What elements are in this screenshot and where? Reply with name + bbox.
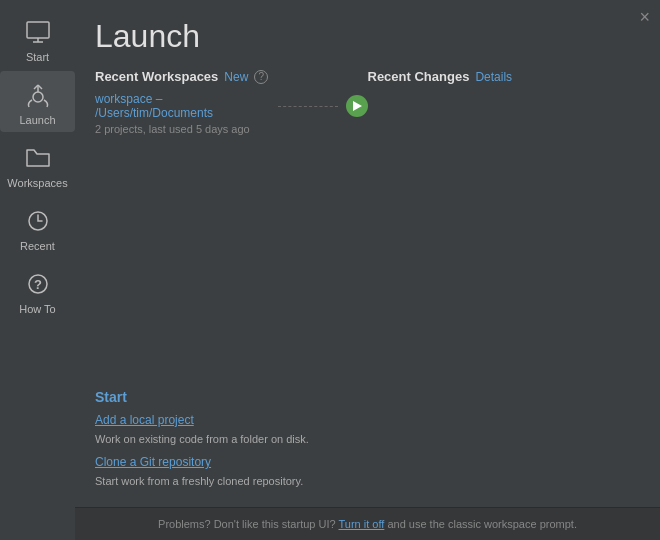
workspace-meta: 2 projects, last used 5 days ago xyxy=(95,123,368,135)
help-icon[interactable]: ? xyxy=(254,70,268,84)
footer-text-after: and use the classic workspace prompt. xyxy=(387,518,577,530)
recent-icon xyxy=(22,205,54,237)
add-local-project-desc: Work on existing code from a folder on d… xyxy=(95,433,309,445)
svg-point-3 xyxy=(33,92,43,102)
sidebar-item-recent[interactable]: Recent xyxy=(0,197,75,258)
changes-section-header: Recent Changes Details xyxy=(368,69,641,84)
play-button[interactable] xyxy=(346,95,368,117)
sidebar-item-launch-label: Launch xyxy=(19,114,55,126)
dotted-line xyxy=(278,106,338,107)
workspace-row: workspace – /Users/tim/Documents xyxy=(95,92,368,120)
start-section-title: Start xyxy=(95,389,640,405)
add-local-project-link[interactable]: Add a local project xyxy=(95,413,640,427)
clone-git-link[interactable]: Clone a Git repository xyxy=(95,455,640,469)
workspaces-icon xyxy=(22,142,54,174)
two-col-header: Recent Workspaces New ? workspace – /Use… xyxy=(95,69,640,135)
close-button[interactable]: × xyxy=(639,8,650,26)
main-panel: × Launch Recent Workspaces New ? workspa… xyxy=(75,0,660,540)
footer-text-before: Problems? Don't like this startup UI? xyxy=(158,518,336,530)
new-workspace-link[interactable]: New xyxy=(224,70,248,84)
sidebar-item-recent-label: Recent xyxy=(20,240,55,252)
svg-text:?: ? xyxy=(34,277,42,292)
sidebar-item-start[interactable]: Start xyxy=(0,8,75,69)
details-link[interactable]: Details xyxy=(475,70,512,84)
changes-col: Recent Changes Details xyxy=(368,69,641,135)
workspaces-col: Recent Workspaces New ? workspace – /Use… xyxy=(95,69,368,135)
sidebar-item-howto-label: How To xyxy=(19,303,55,315)
clone-git-item: Clone a Git repository Start work from a… xyxy=(95,455,640,489)
sidebar-item-workspaces[interactable]: Workspaces xyxy=(0,134,75,195)
start-section: Start Add a local project Work on existi… xyxy=(95,389,640,507)
sidebar-item-workspaces-label: Workspaces xyxy=(7,177,67,189)
changes-section-title: Recent Changes xyxy=(368,69,470,84)
workspace-path-link[interactable]: workspace – /Users/tim/Documents xyxy=(95,92,270,120)
content-area: Recent Workspaces New ? workspace – /Use… xyxy=(75,69,660,507)
workspaces-section-header: Recent Workspaces New ? xyxy=(95,69,368,84)
turn-off-link[interactable]: Turn it off xyxy=(338,518,384,530)
howto-icon: ? xyxy=(22,268,54,300)
launch-icon xyxy=(22,79,54,111)
add-local-project-item: Add a local project Work on existing cod… xyxy=(95,413,640,447)
workspaces-section-title: Recent Workspaces xyxy=(95,69,218,84)
clone-git-desc: Start work from a freshly cloned reposit… xyxy=(95,475,303,487)
footer: Problems? Don't like this startup UI? Tu… xyxy=(75,507,660,540)
page-title: Launch xyxy=(75,0,660,69)
sidebar: Start Launch Workspaces xyxy=(0,0,75,540)
sidebar-item-launch[interactable]: Launch xyxy=(0,71,75,132)
start-icon xyxy=(22,16,54,48)
sidebar-item-howto[interactable]: ? How To xyxy=(0,260,75,321)
content-spacer xyxy=(95,145,640,389)
svg-rect-0 xyxy=(27,22,49,38)
sidebar-item-start-label: Start xyxy=(26,51,49,63)
